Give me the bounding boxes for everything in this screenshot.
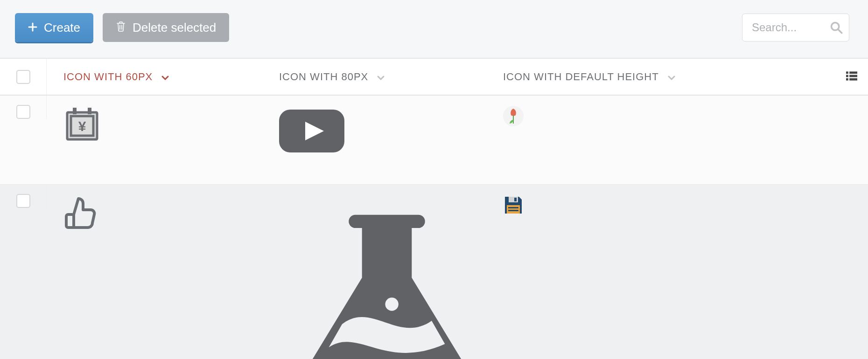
svg-rect-11 (88, 108, 91, 114)
svg-rect-15 (513, 115, 514, 124)
list-icon (846, 71, 857, 83)
delete-selected-button[interactable]: Delete selected (103, 13, 229, 42)
chevron-down-icon (161, 73, 169, 81)
cell-icon-default (495, 185, 868, 359)
column-header-icon-default[interactable]: ICON WITH DEFAULT HEIGHT (495, 71, 835, 83)
svg-text:¥: ¥ (78, 118, 86, 134)
svg-rect-3 (849, 71, 857, 74)
table-header: ICON WITH 60PX ICON WITH 80PX ICON WITH … (0, 58, 868, 96)
svg-rect-21 (508, 210, 518, 211)
search-icon (830, 21, 843, 34)
thumbs-up-icon (63, 226, 101, 234)
cell-icon-80 (271, 185, 495, 359)
row-select-cell (0, 96, 47, 119)
cell-icon-60: ¥ (47, 96, 271, 184)
table-body: ¥ (0, 96, 868, 359)
delete-button-label: Delete selected (133, 21, 216, 35)
cell-icon-60 (47, 185, 271, 359)
svg-rect-20 (508, 207, 518, 208)
svg-rect-2 (846, 71, 848, 74)
row-checkbox[interactable] (16, 194, 30, 208)
row-select-cell (0, 185, 47, 208)
toolbar: Create Delete selected (0, 0, 868, 58)
column-label: ICON WITH DEFAULT HEIGHT (503, 71, 659, 83)
column-label: ICON WITH 80PX (279, 71, 368, 83)
svg-rect-19 (507, 205, 520, 214)
table-row[interactable] (0, 185, 868, 359)
svg-rect-10 (73, 108, 77, 114)
tulip-icon (503, 120, 524, 128)
cell-icon-80 (271, 96, 495, 184)
search-field-wrap (742, 14, 849, 41)
column-label: ICON WITH 60PX (63, 71, 153, 83)
create-button-label: Create (44, 21, 80, 35)
svg-rect-5 (849, 75, 857, 77)
create-button[interactable]: Create (15, 13, 93, 42)
svg-line-1 (838, 29, 842, 33)
select-all-checkbox[interactable] (16, 70, 30, 84)
row-checkbox[interactable] (16, 105, 30, 119)
column-header-icon-80[interactable]: ICON WITH 80PX (271, 71, 495, 83)
chevron-down-icon (377, 73, 385, 81)
records-table: ICON WITH 60PX ICON WITH 80PX ICON WITH … (0, 58, 868, 359)
calendar-yen-icon: ¥ (63, 137, 101, 145)
column-picker-button[interactable] (835, 71, 868, 83)
select-all-cell (0, 59, 47, 95)
column-header-icon-60[interactable]: ICON WITH 60PX (47, 71, 271, 83)
svg-point-16 (385, 297, 398, 311)
svg-rect-7 (849, 78, 857, 80)
table-row[interactable]: ¥ (0, 96, 868, 185)
chevron-down-icon (667, 73, 676, 81)
svg-rect-4 (846, 75, 848, 77)
plus-icon (28, 21, 37, 35)
cell-icon-default (495, 96, 868, 184)
svg-rect-6 (846, 78, 848, 80)
trash-icon (116, 21, 126, 35)
youtube-icon (279, 150, 344, 158)
svg-rect-18 (514, 198, 517, 201)
floppy-disk-icon (503, 209, 524, 217)
